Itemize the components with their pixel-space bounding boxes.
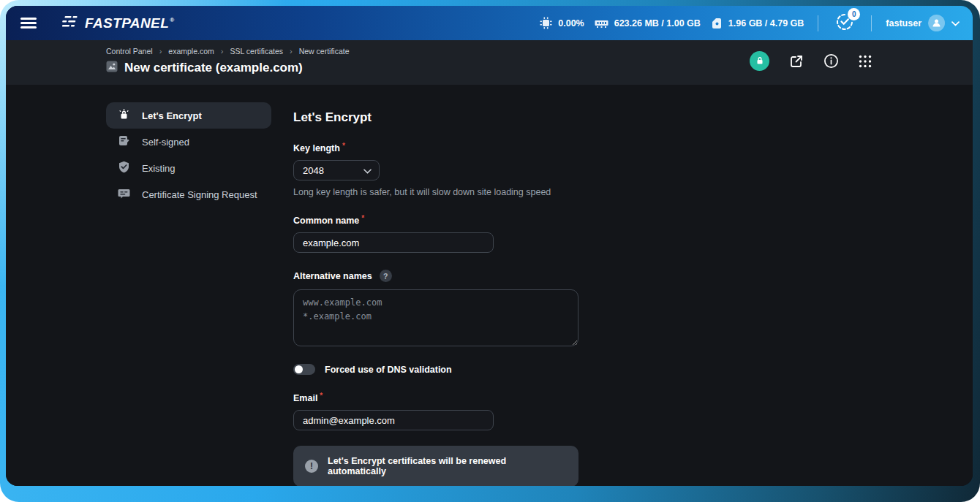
- username: fastuser: [886, 18, 921, 28]
- shield-check-icon: [117, 160, 131, 176]
- key-length-value: 2048: [303, 165, 324, 176]
- form-heading: Let's Encrypt: [293, 110, 578, 125]
- ssl-status-button[interactable]: [750, 51, 769, 71]
- email-input[interactable]: [293, 410, 494, 430]
- app-frame: FASTPANEL®: [0, 0, 980, 502]
- brand-logo[interactable]: FASTPANEL®: [61, 15, 174, 31]
- info-icon[interactable]: [823, 53, 839, 69]
- breadcrumb-item-control-panel[interactable]: Control Panel: [106, 47, 153, 56]
- breadcrumb-item-new-certificate[interactable]: New certificate: [299, 47, 350, 56]
- open-site-external-link-icon[interactable]: [789, 54, 804, 69]
- brand-logo-icon: [61, 15, 80, 31]
- cpu-icon: [540, 17, 552, 29]
- key-length-helper-text: Long key length is safer, but it will sl…: [293, 187, 578, 197]
- page-title: New certificate (example.com): [124, 61, 303, 75]
- disk-usage-stat: 1.96 GB / 4.79 GB: [711, 18, 804, 29]
- chevron-down-icon: [363, 165, 372, 176]
- disk-usage-value: 1.96 GB / 4.79 GB: [728, 18, 804, 28]
- site-favicon-icon: [106, 61, 118, 75]
- hamburger-menu-icon[interactable]: [20, 15, 37, 31]
- topbar: FASTPANEL®: [6, 6, 973, 40]
- app-window: FASTPANEL®: [6, 6, 973, 486]
- sidebar-item-existing[interactable]: Existing: [106, 155, 271, 181]
- registered-mark: ®: [170, 17, 174, 23]
- user-menu[interactable]: fastuser: [886, 15, 960, 31]
- signed-document-icon: [117, 134, 131, 150]
- required-marker: *: [320, 392, 323, 400]
- memory-usage-stat: 623.26 MB / 1.00 GB: [595, 18, 701, 28]
- sidebar-item-label: Self-signed: [142, 137, 189, 148]
- certificate-type-sidebar: Let's Encrypt Self-signed: [106, 102, 271, 486]
- notifications-count-badge: 0: [848, 8, 860, 20]
- sidebar-item-label: Certificate Signing Request: [142, 189, 257, 200]
- toggle-knob: [295, 365, 303, 373]
- auto-renew-notice-banner: ! Let's Encrypt certificates will be ren…: [293, 446, 578, 486]
- request-card-icon: [117, 186, 131, 202]
- lock-icon: [755, 55, 764, 68]
- common-name-label: Common name *: [293, 216, 578, 226]
- exclamation-icon: !: [305, 460, 318, 473]
- dns-validation-toggle[interactable]: [293, 364, 315, 375]
- help-icon[interactable]: ?: [380, 270, 392, 282]
- breadcrumb: Control Panel › example.com › SSL certif…: [106, 47, 350, 56]
- common-name-input[interactable]: [293, 232, 494, 253]
- cpu-usage-stat: 0.00%: [540, 17, 584, 29]
- content-area: Let's Encrypt Self-signed: [6, 85, 973, 486]
- sidebar-item-lets-encrypt[interactable]: Let's Encrypt: [106, 102, 271, 129]
- required-marker: *: [361, 214, 364, 222]
- topbar-divider: [871, 15, 872, 31]
- breadcrumb-separator-icon: ›: [290, 47, 293, 56]
- tasks-notifications-button[interactable]: 0: [835, 12, 854, 34]
- sidebar-item-csr[interactable]: Certificate Signing Request: [106, 181, 271, 208]
- page-header: Control Panel › example.com › SSL certif…: [6, 40, 973, 85]
- auto-renew-notice-text: Let's Encrypt certificates will be renew…: [328, 456, 567, 476]
- lets-encrypt-lock-icon: [117, 107, 131, 123]
- breadcrumb-item-ssl-certificates[interactable]: SSL certificates: [230, 47, 283, 56]
- sidebar-item-label: Existing: [142, 163, 176, 174]
- chevron-down-icon: [951, 18, 960, 28]
- email-label: Email *: [293, 393, 578, 403]
- disk-icon: [711, 18, 723, 29]
- cpu-usage-value: 0.00%: [558, 18, 584, 28]
- breadcrumb-item-site[interactable]: example.com: [168, 47, 214, 56]
- alternative-names-label: Alternative names ?: [293, 271, 578, 282]
- clock-check-icon: [835, 23, 854, 34]
- topbar-divider: [818, 15, 818, 31]
- required-marker: *: [342, 142, 345, 150]
- ram-icon: [595, 18, 608, 28]
- sidebar-item-self-signed[interactable]: Self-signed: [106, 129, 271, 155]
- brand-name: FASTPANEL®: [85, 15, 174, 31]
- key-length-select[interactable]: 2048: [293, 160, 380, 180]
- sidebar-item-label: Let's Encrypt: [142, 110, 202, 121]
- breadcrumb-separator-icon: ›: [221, 47, 224, 56]
- lets-encrypt-form: Let's Encrypt Key length * 2048: [293, 102, 578, 486]
- alternative-names-textarea[interactable]: [293, 289, 578, 346]
- dns-validation-toggle-label: Forced use of DNS validation: [325, 365, 452, 375]
- memory-usage-value: 623.26 MB / 1.00 GB: [614, 18, 701, 28]
- avatar: [928, 15, 945, 31]
- breadcrumb-separator-icon: ›: [159, 47, 162, 56]
- key-length-label: Key length *: [293, 143, 578, 153]
- apps-grid-icon[interactable]: [859, 55, 872, 68]
